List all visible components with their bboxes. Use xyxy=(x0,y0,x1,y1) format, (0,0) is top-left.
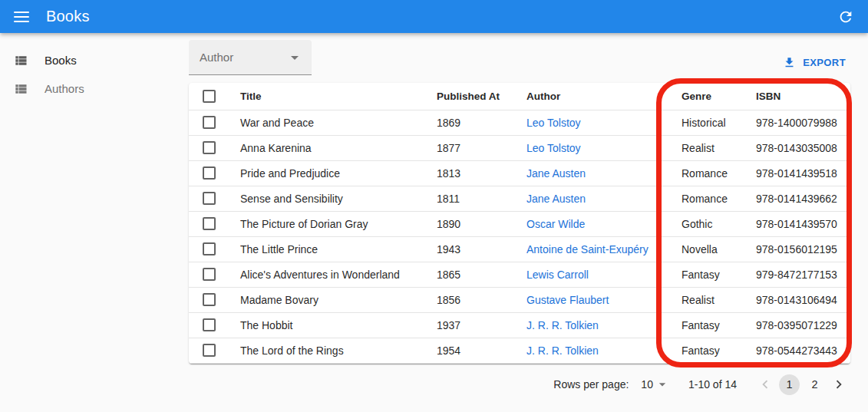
row-checkbox[interactable] xyxy=(203,141,216,154)
content-area: Author EXPORT Title Published At Author xyxy=(189,33,868,412)
author-link[interactable]: Antoine de Saint-Exupéry xyxy=(526,243,649,255)
cell-published-at: 1856 xyxy=(424,287,514,312)
menu-icon[interactable] xyxy=(14,12,29,22)
row-checkbox[interactable] xyxy=(203,318,216,331)
row-checkbox[interactable] xyxy=(203,217,216,230)
table-row[interactable]: Sense and Sensibility 1811 Jane Austen R… xyxy=(189,186,850,211)
cell-title: Sense and Sensibility xyxy=(228,186,424,211)
row-checkbox[interactable] xyxy=(203,166,216,180)
cell-published-at: 1890 xyxy=(424,211,514,236)
table-row[interactable]: Madame Bovary 1856 Gustave Flaubert Real… xyxy=(189,287,850,312)
cell-published-at: 1865 xyxy=(424,262,514,287)
cell-published-at: 1877 xyxy=(424,135,514,160)
author-link[interactable]: Oscar Wilde xyxy=(526,218,585,230)
cell-title: War and Peace xyxy=(228,110,424,135)
column-header-title[interactable]: Title xyxy=(228,83,424,110)
row-checkbox[interactable] xyxy=(203,344,216,357)
cell-title: The Hobbit xyxy=(228,312,424,338)
author-link[interactable]: J. R. R. Tolkien xyxy=(526,319,599,331)
author-link[interactable]: Leo Tolstoy xyxy=(526,117,581,129)
column-header-published-at[interactable]: Published At xyxy=(424,83,514,110)
cell-published-at: 1811 xyxy=(424,186,514,211)
row-checkbox[interactable] xyxy=(203,293,216,306)
row-checkbox[interactable] xyxy=(203,116,216,129)
cell-title: Alice's Adventures in Wonderland xyxy=(228,262,424,287)
cell-isbn: 978-0143106494 xyxy=(744,287,850,312)
download-icon xyxy=(783,56,796,69)
main-layout: Books Authors Author EXPORT xyxy=(0,33,868,412)
column-header-genre[interactable]: Genre xyxy=(669,83,744,110)
sidebar-item-label: Authors xyxy=(45,82,84,95)
list-toolbar: Author EXPORT xyxy=(189,40,850,75)
table-row[interactable]: War and Peace 1869 Leo Tolstoy Historica… xyxy=(189,110,850,135)
table-header-row: Title Published At Author Genre ISBN xyxy=(189,83,850,110)
books-table-card: Title Published At Author Genre ISBN War… xyxy=(189,83,850,364)
table-row[interactable]: The Little Prince 1943 Antoine de Saint-… xyxy=(189,236,850,262)
cell-isbn: 978-0544273443 xyxy=(744,338,850,363)
sidebar: Books Authors xyxy=(0,33,189,412)
cell-isbn: 978-1400079988 xyxy=(744,110,850,135)
cell-genre: Realist xyxy=(669,135,744,160)
author-link[interactable]: Gustave Flaubert xyxy=(526,294,609,306)
cell-isbn: 978-0141439570 xyxy=(744,211,850,236)
author-link[interactable]: Jane Austen xyxy=(526,167,586,180)
list-icon xyxy=(13,81,28,97)
cell-isbn: 978-0395071229 xyxy=(744,312,850,338)
cell-published-at: 1813 xyxy=(424,160,514,186)
export-button[interactable]: EXPORT xyxy=(778,53,850,72)
author-link[interactable]: Lewis Carroll xyxy=(526,269,589,281)
select-all-checkbox[interactable] xyxy=(203,90,216,103)
table-row[interactable]: Alice's Adventures in Wonderland 1865 Le… xyxy=(189,262,850,287)
chevron-left-icon xyxy=(757,376,774,393)
books-table: Title Published At Author Genre ISBN War… xyxy=(189,83,850,364)
author-filter-label: Author xyxy=(200,51,233,64)
sidebar-item[interactable]: Authors xyxy=(0,74,189,103)
cell-isbn: 978-0141439662 xyxy=(744,186,850,211)
column-header-isbn[interactable]: ISBN xyxy=(744,83,850,110)
chevron-down-icon xyxy=(285,48,304,67)
next-page-button[interactable] xyxy=(827,376,850,393)
table-row[interactable]: The Lord of the Rings 1954 J. R. R. Tolk… xyxy=(189,338,850,363)
rows-per-page-select[interactable]: 10 xyxy=(641,377,670,392)
cell-published-at: 1937 xyxy=(424,312,514,338)
chevron-down-icon xyxy=(653,377,670,392)
row-checkbox[interactable] xyxy=(203,268,216,281)
cell-isbn: 979-8472177153 xyxy=(744,262,850,287)
chevron-right-icon xyxy=(830,376,847,393)
column-header-author[interactable]: Author xyxy=(514,83,669,110)
cell-title: The Little Prince xyxy=(228,236,424,262)
cell-genre: Realist xyxy=(669,287,744,312)
cell-genre: Fantasy xyxy=(669,262,744,287)
page-number-button[interactable]: 1 xyxy=(779,374,800,395)
cell-genre: Romance xyxy=(669,186,744,211)
table-row[interactable]: The Picture of Dorian Gray 1890 Oscar Wi… xyxy=(189,211,850,236)
rows-per-page-label: Rows per page: xyxy=(553,378,629,391)
row-checkbox[interactable] xyxy=(203,242,216,255)
cell-isbn: 978-0143035008 xyxy=(744,135,850,160)
cell-title: The Picture of Dorian Gray xyxy=(228,211,424,236)
author-filter-select[interactable]: Author xyxy=(189,40,312,75)
author-link[interactable]: Leo Tolstoy xyxy=(526,142,581,154)
row-checkbox[interactable] xyxy=(203,192,216,205)
cell-genre: Fantasy xyxy=(669,312,744,338)
cell-published-at: 1869 xyxy=(424,110,514,135)
table-row[interactable]: Pride and Predjudice 1813 Jane Austen Ro… xyxy=(189,160,850,186)
cell-title: The Lord of the Rings xyxy=(228,338,424,363)
rows-per-page-value: 10 xyxy=(641,378,653,391)
sidebar-item[interactable]: Books xyxy=(0,46,189,74)
cell-genre: Fantasy xyxy=(669,338,744,363)
previous-page-button[interactable] xyxy=(754,376,777,393)
list-icon xyxy=(13,53,28,68)
refresh-icon[interactable] xyxy=(837,8,854,25)
pagination-range: 1-10 of 14 xyxy=(688,378,737,391)
export-button-label: EXPORT xyxy=(803,57,846,68)
cell-isbn: 978-0156012195 xyxy=(744,236,850,262)
cell-published-at: 1943 xyxy=(424,236,514,262)
table-row[interactable]: Anna Karenina 1877 Leo Tolstoy Realist 9… xyxy=(189,135,850,160)
author-link[interactable]: J. R. R. Tolkien xyxy=(526,344,599,357)
author-link[interactable]: Jane Austen xyxy=(526,193,586,205)
table-row[interactable]: The Hobbit 1937 J. R. R. Tolkien Fantasy… xyxy=(189,312,850,338)
cell-genre: Historical xyxy=(669,110,744,135)
page-number-button[interactable]: 2 xyxy=(804,374,825,395)
appbar: Books xyxy=(0,0,868,33)
